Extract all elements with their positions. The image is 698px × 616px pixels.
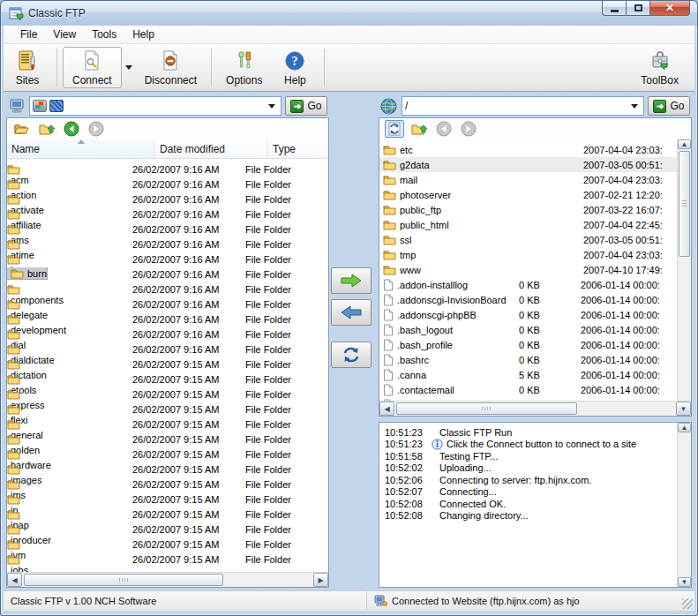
log-time: 10:52:02 bbox=[385, 462, 431, 473]
table-row[interactable]: .bashrc0 KB2006-01-14 00:00: bbox=[379, 352, 677, 367]
remote-horizontal-scrollbar[interactable]: ◀ ▼ bbox=[379, 401, 691, 416]
file-type: File Folder bbox=[245, 224, 328, 235]
table-row[interactable]: jobs26/02/2007 9:15 AMFile Folder bbox=[7, 552, 328, 567]
table-row[interactable]: photoserver2007-02-21 12:20: bbox=[379, 187, 677, 202]
file-name: .bash_profile bbox=[397, 340, 519, 350]
table-row[interactable]: ssl2007-03-05 00:51: bbox=[379, 232, 677, 247]
options-button[interactable]: Options bbox=[217, 44, 271, 91]
back-icon[interactable] bbox=[62, 120, 81, 138]
file-date: 26/02/2007 9:16 AM bbox=[132, 314, 245, 325]
menu-item-file[interactable]: File bbox=[12, 26, 45, 42]
menu-item-help[interactable]: Help bbox=[124, 26, 162, 42]
sites-button[interactable]: Sites bbox=[4, 44, 51, 91]
back-icon[interactable] bbox=[434, 120, 454, 138]
table-row[interactable]: public_html2007-04-04 22:45: bbox=[379, 217, 677, 232]
combo-dropdown-icon[interactable] bbox=[631, 104, 638, 109]
close-button[interactable]: ✕ bbox=[650, 1, 690, 16]
remote-nav-toolbar bbox=[379, 118, 691, 139]
refresh-button[interactable] bbox=[331, 342, 372, 368]
table-row[interactable]: g2data2007-03-05 00:51: bbox=[379, 157, 677, 172]
column-type[interactable]: Type bbox=[268, 139, 328, 158]
local-path-combo[interactable] bbox=[29, 96, 281, 116]
up-folder-icon[interactable] bbox=[409, 120, 429, 138]
refresh-list-icon[interactable] bbox=[385, 120, 404, 138]
help-button[interactable]: ? Help bbox=[271, 44, 319, 91]
scroll-right-icon[interactable]: ▶ bbox=[313, 573, 328, 587]
table-row[interactable]: www2007-04-10 17:49: bbox=[379, 262, 677, 277]
remote-file-list[interactable]: etc2007-04-04 23:03:g2data2007-03-05 00:… bbox=[379, 139, 677, 401]
table-row[interactable]: .bash_logout0 KB2006-01-14 00:00: bbox=[379, 322, 677, 337]
table-row[interactable]: public_ftp2007-03-22 16:07: bbox=[379, 202, 677, 217]
scroll-left-icon[interactable]: ◀ bbox=[379, 402, 394, 416]
log-vertical-scrollbar[interactable]: ▲ ▼ bbox=[677, 423, 691, 587]
connect-button[interactable]: Connect bbox=[63, 47, 122, 88]
table-row[interactable]: .addonscgi-InvisionBoard0 KB2006-01-14 0… bbox=[379, 292, 677, 307]
remote-go-button[interactable]: ➜ Go bbox=[648, 96, 690, 116]
upload-button[interactable] bbox=[331, 267, 372, 294]
table-row[interactable]: mail2007-04-04 23:03: bbox=[379, 172, 677, 187]
connect-dropdown[interactable] bbox=[122, 44, 136, 91]
remote-path-text: / bbox=[405, 100, 628, 112]
forward-icon[interactable] bbox=[86, 120, 106, 138]
table-row[interactable]: etc2007-04-04 23:03: bbox=[379, 142, 677, 157]
globe-icon bbox=[380, 98, 398, 114]
table-row[interactable]: .canna5 KB2006-01-14 00:00: bbox=[379, 367, 677, 382]
table-row[interactable]: .addonscgi-phpBB0 KB2006-01-14 00:00: bbox=[379, 307, 677, 322]
download-button[interactable] bbox=[331, 299, 372, 326]
file-type: File Folder bbox=[245, 404, 328, 415]
file-date: 26/02/2007 9:15 AM bbox=[132, 404, 245, 415]
forward-icon[interactable] bbox=[459, 120, 478, 138]
folder-icon bbox=[7, 553, 132, 565]
scroll-down-icon[interactable]: ▼ bbox=[676, 402, 691, 416]
file-name: .addon-installlog bbox=[397, 280, 519, 290]
menu-item-tools[interactable]: Tools bbox=[84, 26, 124, 42]
file-date: 2007-02-21 12:20: bbox=[583, 190, 677, 200]
scrollbar-thumb[interactable] bbox=[396, 402, 577, 415]
file-type: File Folder bbox=[245, 389, 328, 400]
combo-dropdown-icon[interactable] bbox=[268, 104, 275, 109]
folder-icon bbox=[383, 204, 396, 215]
scroll-left-icon[interactable]: ◀ bbox=[7, 573, 22, 587]
refresh-icon bbox=[341, 346, 361, 364]
column-date-modified[interactable]: Date modified bbox=[155, 139, 268, 158]
up-folder-icon[interactable] bbox=[37, 120, 56, 138]
open-folder-icon[interactable] bbox=[12, 120, 32, 138]
log-time: 10:52:07 bbox=[385, 486, 431, 497]
column-name[interactable]: Name bbox=[7, 139, 155, 158]
minimize-button[interactable] bbox=[602, 1, 627, 16]
log-message: Classic FTP Run bbox=[431, 427, 512, 438]
resize-grip[interactable] bbox=[682, 598, 693, 609]
title-bar[interactable]: Classic FTP ✕ bbox=[1, 1, 697, 26]
log-entry: 10:51:58Testing FTP... bbox=[385, 450, 677, 462]
file-date: 2006-01-14 00:00: bbox=[581, 385, 677, 395]
menu-item-view[interactable]: View bbox=[45, 26, 84, 42]
scrollbar-thumb[interactable] bbox=[24, 574, 223, 586]
table-row[interactable]: tmp2007-04-04 23:03: bbox=[379, 247, 677, 262]
table-row[interactable]: .addon-installlog0 KB2006-01-14 00:00: bbox=[379, 277, 677, 292]
local-horizontal-scrollbar[interactable]: ◀ ▶ bbox=[7, 572, 328, 587]
scroll-up-icon[interactable]: ▲ bbox=[678, 423, 691, 432]
folder-icon bbox=[383, 264, 396, 275]
table-row[interactable]: .bash_profile0 KB2006-01-14 00:00: bbox=[379, 337, 677, 352]
scrollbar-thumb[interactable] bbox=[679, 151, 690, 257]
file-type: File Folder bbox=[245, 239, 328, 250]
toolbox-button[interactable]: ToolBox bbox=[632, 44, 687, 91]
scroll-up-icon[interactable]: ▲ bbox=[678, 139, 691, 149]
table-row[interactable]: bms26/02/2007 9:16 AMFile Folder bbox=[7, 252, 328, 267]
remote-path-combo[interactable]: / bbox=[402, 96, 644, 116]
local-file-list[interactable]: acm26/02/2007 9:16 AMFile Folderaction26… bbox=[7, 159, 328, 572]
table-row[interactable]: .contactemail0 KB2006-01-14 00:00: bbox=[379, 382, 677, 397]
disconnect-button[interactable]: Disconnect bbox=[136, 44, 206, 91]
file-date: 2006-01-14 00:00: bbox=[581, 310, 677, 320]
file-name: .bash_logout bbox=[397, 325, 519, 335]
sort-ascending-icon bbox=[78, 139, 85, 144]
remote-vertical-scrollbar[interactable]: ▲ bbox=[677, 139, 691, 401]
file-name: .contactemail bbox=[397, 385, 519, 395]
scroll-down-icon[interactable]: ▼ bbox=[678, 577, 691, 587]
local-go-button[interactable]: ➜ Go bbox=[285, 96, 327, 116]
file-date: 2007-04-04 22:45: bbox=[583, 220, 677, 230]
table-row[interactable] bbox=[379, 397, 677, 401]
file-icon bbox=[383, 384, 394, 396]
maximize-button[interactable] bbox=[627, 1, 650, 16]
file-name: www bbox=[400, 265, 522, 275]
